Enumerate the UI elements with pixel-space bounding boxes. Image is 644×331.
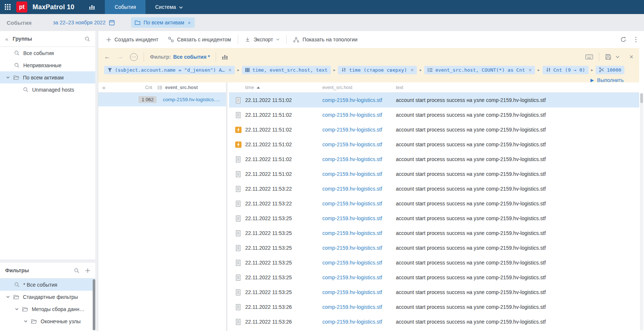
column-header-event-src-host[interactable]: event_src.host xyxy=(158,85,198,90)
keyboard-input-icon[interactable] xyxy=(585,54,593,59)
scope-chip-close-icon[interactable]: × xyxy=(188,20,191,25)
event-host-link[interactable]: comp-2159.hv-logistics.stf xyxy=(322,215,396,221)
event-text: account start process success на узле co… xyxy=(396,97,639,103)
query-chip-columns[interactable]: time, event_src.host, text xyxy=(242,66,331,74)
tab-events[interactable]: События xyxy=(105,0,145,14)
event-host-link[interactable]: comp-2159.hv-logistics.stf xyxy=(322,156,396,162)
chip-close-icon[interactable]: × xyxy=(411,67,414,72)
history-forward-icon[interactable]: → xyxy=(117,53,123,61)
add-filter-icon[interactable] xyxy=(85,268,90,273)
scope-filter-chip[interactable]: По всем активам × xyxy=(131,17,195,28)
event-host-link[interactable]: comp-2159.hv-logistics.stf xyxy=(322,304,396,310)
event-text: account start process success на узле co… xyxy=(396,201,639,207)
folder-icon xyxy=(135,20,140,25)
filters-search-icon[interactable] xyxy=(74,268,79,273)
collapse-groups-icon[interactable]: « xyxy=(5,36,8,42)
events-scrollbar[interactable] xyxy=(640,93,643,330)
event-row[interactable]: 22.11.2022 11:51:02comp-2159.hv-logistic… xyxy=(229,167,639,181)
groups-search-icon[interactable] xyxy=(85,36,90,42)
event-host-link[interactable]: comp-2159.hv-logistics.stf xyxy=(322,201,396,207)
app-grid-menu-icon[interactable] xyxy=(0,0,16,14)
filter-item-2[interactable]: Методы сбора данн… xyxy=(0,303,95,315)
event-host-link[interactable]: comp-2159.hv-logistics.stf xyxy=(322,274,396,280)
filters-scrollbar[interactable] xyxy=(93,279,95,330)
event-host-link[interactable]: comp-2159.hv-logistics.stf xyxy=(322,289,396,295)
collapse-aggregation-icon[interactable]: « xyxy=(102,84,105,91)
event-document-icon xyxy=(235,230,241,237)
event-host-link[interactable]: comp-2159.hv-logistics.stf xyxy=(322,127,396,133)
event-row[interactable]: 22.11.2022 11:51:02comp-2159.hv-logistic… xyxy=(229,122,639,137)
refresh-icon[interactable] xyxy=(620,37,626,42)
column-header-text[interactable]: text xyxy=(396,85,403,90)
group-item-2[interactable]: По всем активам xyxy=(0,71,95,83)
event-host-link[interactable]: comp-2159.hv-logistics.stf xyxy=(322,97,396,103)
event-text: account start process success на узле co… xyxy=(396,274,639,280)
event-host-link[interactable]: comp-2159.hv-logistics.stf xyxy=(322,141,396,147)
event-row[interactable]: 22.11.2022 11:53:25comp-2159.hv-logistic… xyxy=(229,270,639,285)
event-host-link[interactable]: comp-2159.hv-logistics.stf xyxy=(322,245,396,251)
date-range-picker[interactable]: за 22–23 ноября 2022 xyxy=(53,20,114,25)
query-chip-sort[interactable]: Cnt (9 → 0) xyxy=(542,66,589,74)
event-row[interactable]: 22.11.2022 11:51:02comp-2159.hv-logistic… xyxy=(229,137,639,152)
tab-system[interactable]: Система xyxy=(145,0,192,14)
filter-item-1[interactable]: Стандартные фильтры xyxy=(0,291,95,303)
group-item-1[interactable]: Непривязанные xyxy=(0,59,95,71)
pt-logo[interactable]: pt xyxy=(16,1,27,13)
query-chip-funnel[interactable]: (subject.account.name = "d_jensen") A…× xyxy=(104,66,235,74)
save-options-chevron-icon[interactable] xyxy=(616,56,620,58)
event-host-link[interactable]: comp-2159.hv-logistics.stf xyxy=(322,112,396,118)
event-time: 22.11.2022 11:51:02 xyxy=(245,112,322,118)
event-host-link[interactable]: comp-2159.hv-logistics.stf xyxy=(322,186,396,192)
event-row[interactable]: 22.11.2022 11:53:25comp-2159.hv-logistic… xyxy=(229,285,639,300)
more-options-kebab-icon[interactable] xyxy=(635,37,637,42)
chip-close-icon[interactable]: × xyxy=(228,67,231,72)
event-host-link[interactable]: comp-2159.hv-logistics.stf xyxy=(322,171,396,177)
column-header-host[interactable]: event_src.host xyxy=(322,85,396,90)
event-row[interactable]: 22.11.2022 11:53:25comp-2159.hv-logistic… xyxy=(229,211,639,226)
filters-panel: Фильтры * Все событияСтандартные фильтры… xyxy=(0,263,95,331)
column-header-time[interactable]: time xyxy=(245,85,322,90)
event-text: account start process success на узле co… xyxy=(396,215,639,221)
aggregation-host-link[interactable]: comp-2159.hv-logistics.… xyxy=(163,97,220,102)
histogram-toggle-icon[interactable] xyxy=(222,55,228,59)
filter-history-ellipsis-icon[interactable]: ⋯ xyxy=(130,53,138,61)
history-back-icon[interactable]: ← xyxy=(104,53,110,61)
chevron-down-icon xyxy=(276,38,280,41)
pipeline-arrow-icon: ▸ xyxy=(333,68,336,72)
show-topology-button[interactable]: Показать на топологии xyxy=(293,37,357,42)
event-host-link[interactable]: comp-2159.hv-logistics.stf xyxy=(322,230,396,236)
create-incident-button[interactable]: Создать инцидент xyxy=(106,37,158,42)
column-header-cnt[interactable]: Cnt xyxy=(105,85,152,90)
event-host-link[interactable]: comp-2159.hv-logistics.stf xyxy=(322,260,396,266)
event-row[interactable]: 22.11.2022 11:53:25comp-2159.hv-logistic… xyxy=(229,255,639,270)
event-row[interactable]: 22.11.2022 11:53:25comp-2159.hv-logistic… xyxy=(229,226,639,240)
query-chip-scissors[interactable]: 10000 xyxy=(596,66,624,74)
aggregation-row[interactable]: 1 062comp-2159.hv-logistics.… xyxy=(98,93,226,106)
current-filter-name[interactable]: Все события * xyxy=(173,54,210,60)
topology-icon xyxy=(293,37,299,42)
events-scrollbar-thumb[interactable] xyxy=(640,93,643,103)
event-text: account start process success на узле co… xyxy=(396,141,639,147)
event-row[interactable]: 22.11.2022 11:53:22comp-2159.hv-logistic… xyxy=(229,196,639,211)
save-filter-icon[interactable] xyxy=(605,54,611,60)
close-filter-panel-icon[interactable]: × xyxy=(629,54,633,60)
event-row[interactable]: 22.11.2022 11:53:22comp-2159.hv-logistic… xyxy=(229,181,639,196)
event-row[interactable]: 22.11.2022 11:51:02comp-2159.hv-logistic… xyxy=(229,93,639,108)
group-item-0[interactable]: Все события xyxy=(0,47,95,59)
event-host-link[interactable]: comp-2159.hv-logistics.stf xyxy=(322,319,396,325)
chip-close-icon[interactable]: × xyxy=(529,67,532,72)
query-chip-groupby[interactable]: event_src.host, COUNT(*) as Cnt× xyxy=(424,66,535,74)
link-incident-button[interactable]: Связать с инцидентом xyxy=(168,37,231,42)
export-button[interactable]: Экспорт xyxy=(245,37,280,42)
filter-item-3[interactable]: Оконечные узлы xyxy=(0,315,95,327)
main-tabs: События Система xyxy=(105,0,192,14)
query-chip-sort[interactable]: time (старое сверху)× xyxy=(338,66,417,74)
event-row[interactable]: 22.11.2022 11:53:26comp-2159.hv-logistic… xyxy=(229,300,639,314)
event-row[interactable]: 22.11.2022 11:51:02comp-2159.hv-logistic… xyxy=(229,108,639,122)
event-row[interactable]: 22.11.2022 11:53:26comp-2159.hv-logistic… xyxy=(229,314,639,329)
event-row[interactable]: 22.11.2022 11:53:25comp-2159.hv-logistic… xyxy=(229,240,639,255)
event-row[interactable]: 22.11.2022 11:51:02comp-2159.hv-logistic… xyxy=(229,152,639,167)
dashboard-chart-icon[interactable] xyxy=(89,5,95,10)
group-item-3[interactable]: Unmanaged hosts xyxy=(0,83,95,96)
filter-item-0[interactable]: * Все события xyxy=(0,279,95,291)
